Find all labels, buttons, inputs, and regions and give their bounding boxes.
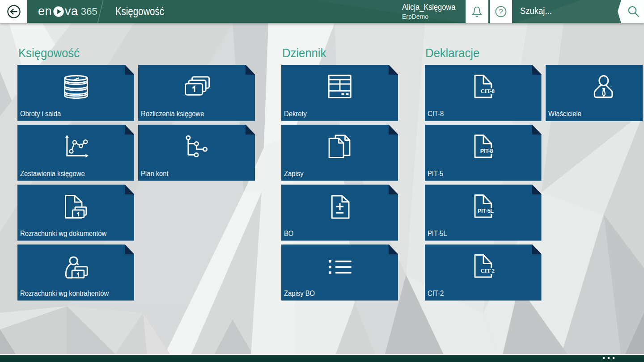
svg-text:CIT-2: CIT-2 — [480, 267, 494, 274]
svg-text:?: ? — [499, 8, 503, 16]
svg-text:CIT-8: CIT-8 — [480, 88, 495, 94]
svg-text:PIT-8: PIT-8 — [480, 148, 493, 154]
svg-text:PIT-5L: PIT-5L — [478, 208, 494, 214]
